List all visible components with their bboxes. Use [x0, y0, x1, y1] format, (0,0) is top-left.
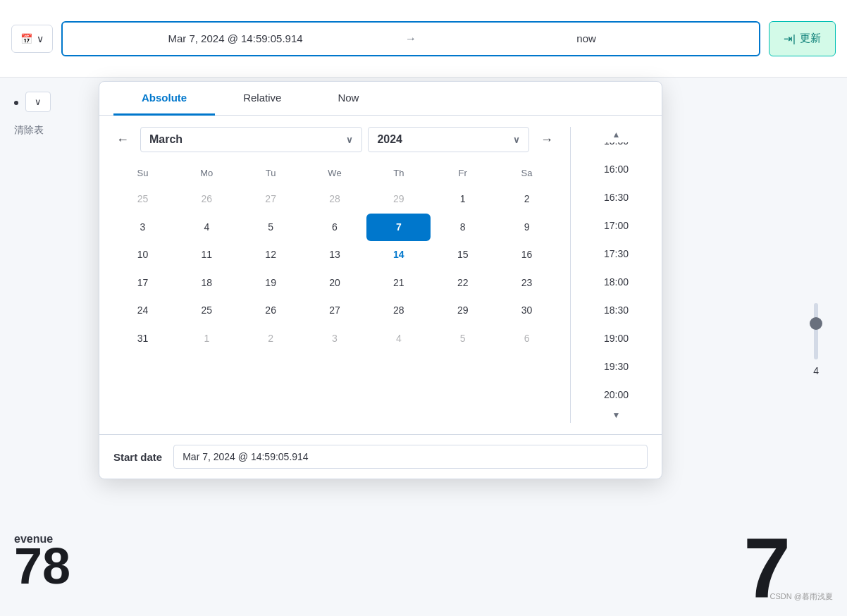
update-icon: ⇥|	[784, 32, 796, 45]
top-bar: 📅 ∨ Mar 7, 2024 @ 14:59:05.914 → now ⇥| …	[0, 0, 847, 78]
calendar-day[interactable]: 27	[303, 297, 367, 325]
calendar-day[interactable]: 16	[495, 241, 559, 269]
date-range-bar: Mar 7, 2024 @ 14:59:05.914 → now	[61, 21, 760, 56]
date-range-start[interactable]: Mar 7, 2024 @ 14:59:05.914	[74, 32, 397, 44]
watermark: CSDN @暮雨浅夏	[770, 591, 833, 602]
calendar-week-0: 252627282912	[111, 185, 559, 214]
calendar-day[interactable]: 2	[495, 185, 559, 214]
calendar-day[interactable]: 4	[175, 214, 239, 242]
clear-table-text[interactable]: 清除表	[14, 124, 44, 135]
calendar-day[interactable]: 23	[495, 269, 559, 297]
slider-thumb[interactable]	[810, 317, 822, 330]
slider-value: 4	[813, 365, 819, 376]
calendar-day[interactable]: 26	[175, 185, 239, 214]
calendar-day[interactable]: 27	[239, 185, 303, 214]
calendar-toggle-button[interactable]: 📅 ∨	[11, 25, 53, 53]
calendar-day[interactable]: 8	[431, 214, 495, 242]
calendar-icon: 📅	[20, 33, 32, 44]
time-slot[interactable]: 18:00	[571, 268, 662, 296]
calendar-day[interactable]: 5	[239, 214, 303, 242]
calendar-day[interactable]: 22	[431, 269, 495, 297]
time-slot[interactable]: 20:00	[571, 381, 662, 409]
calendar-day[interactable]: 14	[366, 241, 431, 269]
calendar-chevron: ∨	[37, 33, 44, 44]
calendar-day[interactable]: 29	[366, 185, 431, 214]
calendar-day[interactable]: 31	[111, 325, 175, 353]
calendar-weeks: 2526272829123456789101112131415161718192…	[111, 185, 559, 353]
calendar-day[interactable]: 19	[239, 269, 303, 297]
update-button[interactable]: ⇥| 更新	[769, 21, 836, 56]
calendar-day[interactable]: 15	[431, 241, 495, 269]
slider-area: 4	[813, 303, 819, 376]
day-header-tu: Tu	[239, 164, 303, 183]
start-date-input[interactable]	[173, 445, 648, 469]
calendar-day[interactable]: 24	[111, 297, 175, 325]
year-select[interactable]: 2024 ∨	[368, 127, 529, 152]
time-slot[interactable]: 18:30	[571, 296, 662, 324]
filter-dropdown[interactable]: ∨	[25, 92, 51, 112]
tab-now-label: Now	[338, 92, 359, 104]
calendar-day[interactable]: 25	[111, 185, 175, 214]
day-header-mo: Mo	[175, 164, 239, 183]
tab-now[interactable]: Now	[309, 82, 387, 116]
year-chevron: ∨	[513, 135, 520, 145]
next-month-button[interactable]: →	[535, 130, 559, 150]
calendar-week-4: 24252627282930	[111, 297, 559, 325]
calendar-day[interactable]: 18	[175, 269, 239, 297]
calendar-day[interactable]: 12	[239, 241, 303, 269]
time-scroll-down[interactable]: ▼	[571, 407, 662, 423]
time-slot[interactable]: 17:00	[571, 211, 662, 240]
datepicker-popup: Absolute Relative Now ← March ∨ 2024 ∨	[99, 81, 662, 479]
calendar-day[interactable]: 28	[303, 185, 367, 214]
calendar-day[interactable]: 20	[303, 269, 367, 297]
time-scroll[interactable]: 15:3016:0016:3017:0017:3018:0018:3019:00…	[571, 127, 662, 423]
calendar-day[interactable]: 3	[111, 214, 175, 242]
calendar-day[interactable]: 4	[366, 325, 431, 353]
calendar-day[interactable]: 30	[495, 297, 559, 325]
calendar-day[interactable]: 21	[366, 269, 431, 297]
calendar-week-2: 10111213141516	[111, 241, 559, 269]
calendar-day[interactable]: 10	[111, 241, 175, 269]
calendar-day[interactable]: 28	[366, 297, 431, 325]
tab-absolute[interactable]: Absolute	[113, 82, 215, 116]
calendar-day[interactable]: 6	[495, 325, 559, 353]
filter-dot	[14, 101, 18, 105]
day-header-th: Th	[366, 164, 431, 183]
time-scroll-up[interactable]: ▲	[571, 127, 662, 142]
calendar-day[interactable]: 3	[303, 325, 367, 353]
calendar-day[interactable]: 26	[239, 297, 303, 325]
start-date-label: Start date	[113, 451, 162, 463]
tab-relative[interactable]: Relative	[215, 82, 309, 116]
calendar-day[interactable]: 9	[495, 214, 559, 242]
calendar-week-1: 3456789	[111, 214, 559, 242]
calendar-day[interactable]: 1	[175, 325, 239, 353]
time-slot[interactable]: 16:30	[571, 183, 662, 211]
start-date-footer: Start date	[99, 434, 662, 479]
time-section: ▲ 15:3016:0016:3017:0017:3018:0018:3019:…	[570, 127, 662, 423]
calendar-day[interactable]: 1	[431, 185, 495, 214]
prev-month-button[interactable]: ←	[111, 130, 135, 150]
year-value: 2024	[377, 133, 402, 146]
day-header-su: Su	[111, 164, 175, 183]
calendar-day[interactable]: 13	[303, 241, 367, 269]
calendar-day[interactable]: 11	[175, 241, 239, 269]
calendar-day[interactable]: 7	[366, 214, 431, 242]
calendar-day[interactable]: 6	[303, 214, 367, 242]
calendar-header-row: SuMoTuWeThFrSa	[111, 164, 559, 183]
time-slot[interactable]: 19:00	[571, 324, 662, 352]
calendar-day[interactable]: 17	[111, 269, 175, 297]
calendar-day[interactable]: 2	[239, 325, 303, 353]
day-header-fr: Fr	[431, 164, 495, 183]
time-slot[interactable]: 17:30	[571, 240, 662, 268]
tab-absolute-label: Absolute	[142, 92, 187, 104]
calendar-day[interactable]: 29	[431, 297, 495, 325]
day-header-we: We	[303, 164, 367, 183]
month-select[interactable]: March ∨	[140, 127, 362, 152]
slider-track[interactable]	[814, 303, 818, 359]
time-slot[interactable]: 19:30	[571, 352, 662, 381]
date-range-end[interactable]: now	[425, 32, 748, 44]
calendar-day[interactable]: 5	[431, 325, 495, 353]
time-slot[interactable]: 16:00	[571, 155, 662, 183]
calendar-day[interactable]: 25	[175, 297, 239, 325]
calendar-week-5: 31123456	[111, 325, 559, 353]
